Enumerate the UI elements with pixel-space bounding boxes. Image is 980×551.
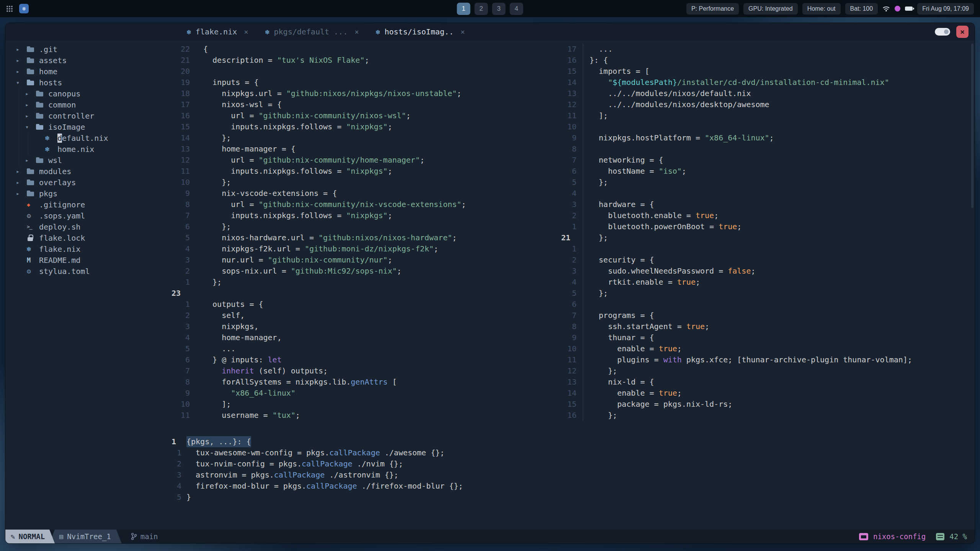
tab-pkgs-default-nix[interactable]: ❄ pkgs/default ... × [257,23,368,41]
editor-pane-iso-default-nix[interactable]: 17 ...16}: {15 imports = [14 "${modulesP… [561,41,975,423]
chevron-icon: ▸ [16,190,26,197]
tree-item-label: wsl [48,156,62,165]
tree-dir-item[interactable]: ▸wsl [5,155,172,166]
wifi-icon[interactable] [882,6,890,12]
tree-file-item[interactable]: ❄flake.nix [5,243,172,254]
gpu-status: GPU: Integrated [743,3,798,15]
tree-dir-item[interactable]: ▸controller [5,110,172,121]
tab-close-icon[interactable]: × [244,28,248,36]
tree-item-label: home.nix [57,145,94,154]
tree-item-label: .git [39,45,57,54]
line-number: 7 [561,155,577,166]
code-line: 14 enable = true; [561,388,975,399]
nix-logo-glyph: ❄ [22,5,26,12]
code-text: inputs = { [203,77,259,88]
window-close-button[interactable]: × [956,26,969,38]
nix-icon: ❄ [26,243,39,254]
line-number: 14 [561,388,577,399]
tree-dir-item[interactable]: ▸common [5,99,172,110]
tree-item-label: overlays [39,178,76,187]
code-line: 8 forAllSystems = nixpkgs.lib.genAttrs [ [172,377,561,388]
chevron-icon: ▸ [25,112,35,119]
shell-icon: >_ [26,221,39,232]
indent-guide [25,132,34,143]
indent-guide [16,88,25,99]
tree-dir-item[interactable]: ▸assets [5,55,172,66]
chevron-icon [16,257,26,264]
line-number: 2 [172,458,181,469]
code-line: 7 inputs.nixpkgs.follows = "nixpkgs"; [172,210,561,221]
tree-file-item[interactable]: ❄default.nix [5,132,172,143]
code-line: 15 imports = [ [561,66,975,77]
gutter-separator [583,143,583,155]
tree-dir-item[interactable]: ▸canopus [5,88,172,99]
gutter-separator [583,221,583,232]
code-line: 20 [172,66,561,77]
tab-hosts-isoimage[interactable]: ❄ hosts/isoImag.. × [368,23,474,41]
gutter-separator [583,310,583,321]
toggle-button[interactable] [935,28,950,36]
tree-file-item[interactable]: ❄home.nix [5,143,172,155]
tree-file-item[interactable]: flake.lock [5,232,172,243]
tree-item-label: isoImage [48,122,85,132]
line-number: 9 [561,132,577,143]
tree-file-item[interactable]: ⚙.sops.yaml [5,210,172,221]
code-line: 18 nixpkgs.url = "github:nixos/nixpkgs/n… [172,88,561,99]
file-tree[interactable]: ▸.git▸assets▸home▾hosts▸canopus▸common▸c… [5,41,172,530]
gutter-separator [583,155,583,166]
line-number: 6 [561,299,577,310]
line-number: 15 [561,66,577,77]
tree-dir-item[interactable]: ▸overlays [5,177,172,188]
code-text: inputs.nixpkgs.follows = "nixpkgs"; [203,121,392,132]
tree-file-item[interactable]: ⚙stylua.toml [5,266,172,277]
code-text: url = "github:nix-community/nix-vscode-e… [203,199,466,210]
tree-file-item[interactable]: ◆.gitignore [5,199,172,210]
gutter-separator [583,66,583,77]
code-line: 16}: { [561,55,975,66]
workspace-4[interactable]: 4 [510,3,523,15]
code-text: thunar = { [590,332,654,343]
line-number: 1 [561,221,577,232]
line-number: 3 [561,266,577,277]
tray-app-icon[interactable] [895,6,900,11]
tree-dir-item[interactable]: ▸home [5,66,172,77]
tree-item-label: controller [48,111,94,121]
workspace-3[interactable]: 3 [492,3,506,15]
chevron-icon: ▾ [25,124,35,130]
tree-dir-item[interactable]: ▸pkgs [5,188,172,199]
workspace-switcher: 1 2 3 4 [457,3,523,15]
line-number: 16 [561,55,577,66]
line-number: 5 [561,288,577,299]
folder-open-icon [35,121,48,132]
code-line: 9 nix-vscode-extensions = { [172,188,561,199]
launcher-grid-icon[interactable] [6,5,13,12]
code-text: } @ inputs: let [203,354,282,365]
line-number: 22 [172,44,190,55]
tab-close-icon[interactable]: × [354,28,359,36]
tree-file-item[interactable]: MREADME.md [5,254,172,266]
code-line: 1 bluetooth.powerOnBoot = true; [561,221,975,232]
workspace-2[interactable]: 2 [475,3,488,15]
tree-dir-item[interactable]: ▾isoImage [5,121,172,132]
line-number: 21 [561,232,577,243]
tree-dir-item[interactable]: ▸modules [5,166,172,177]
folder-icon [26,66,39,77]
code-line: 3 astronvim = pkgs.callPackage ./astronv… [172,469,975,481]
line-number: 13 [561,88,577,99]
line-number: 23 [172,288,190,299]
tree-dir-item[interactable]: ▸.git [5,44,172,55]
editor-pane-pkgs-default-nix[interactable]: 1{pkgs, ...}: {1 tux-awesome-wm-config =… [172,423,975,530]
scrollbar-thumb[interactable] [971,44,973,208]
editor-pane-flake-nix[interactable]: 22{21 description = "tux's NixOS Flake";… [172,41,561,423]
tree-dir-item[interactable]: ▾hosts [5,77,172,88]
code-text: {pkgs, ...}: { [186,436,251,447]
workspace-1[interactable]: 1 [457,3,470,15]
tab-close-icon[interactable]: × [461,28,465,36]
code-text: plugins = with pkgs.xfce; [thunar-archiv… [590,354,912,365]
nix-logo-icon[interactable]: ❄ [19,4,29,13]
code-line: 11 ]; [561,110,975,121]
tree-file-item[interactable]: >_deploy.sh [5,221,172,232]
tab-flake-nix[interactable]: ❄ flake.nix × [178,23,257,41]
buffer-indicator: ▤ NvimTree_1 [49,530,122,543]
nix-file-icon: ❄ [376,28,380,36]
